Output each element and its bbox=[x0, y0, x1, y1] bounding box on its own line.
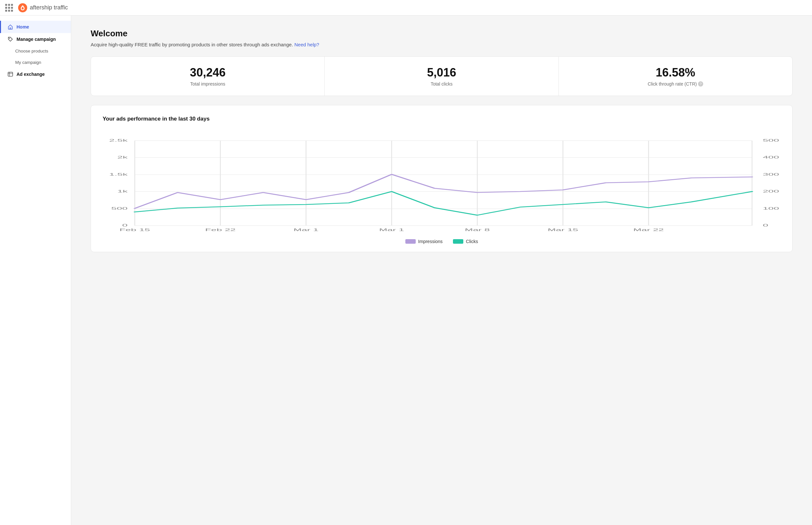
clicks-value: 5,016 bbox=[335, 66, 548, 79]
impressions-label: Total impressions bbox=[102, 81, 314, 87]
legend-impressions: Impressions bbox=[405, 239, 442, 244]
sidebar-item-ad-exchange[interactable]: Ad exchange bbox=[0, 68, 71, 80]
need-help-link[interactable]: Need help? bbox=[294, 42, 319, 47]
sidebar-item-my-campaign[interactable]: My campaign bbox=[0, 57, 71, 68]
svg-text:2k: 2k bbox=[117, 155, 128, 160]
sidebar-item-choose-products[interactable]: Choose products bbox=[0, 45, 71, 57]
sidebar-item-choose-products-label: Choose products bbox=[15, 49, 48, 54]
svg-text:2.5k: 2.5k bbox=[109, 138, 128, 142]
svg-text:Feb 22: Feb 22 bbox=[205, 228, 236, 232]
svg-rect-3 bbox=[8, 72, 13, 76]
brand-name: aftership traffic bbox=[30, 4, 68, 11]
grid-icon[interactable] bbox=[5, 4, 13, 12]
sidebar-item-my-campaign-label: My campaign bbox=[15, 60, 41, 65]
sidebar-item-ad-exchange-label: Ad exchange bbox=[16, 72, 45, 77]
main-content: Welcome Acquire high-quality FREE traffi… bbox=[71, 16, 812, 525]
chart-title: Your ads performance in the last 30 days bbox=[103, 116, 781, 122]
svg-text:100: 100 bbox=[763, 207, 779, 211]
layout: Home Manage campaign Choose products My … bbox=[0, 16, 812, 525]
svg-text:200: 200 bbox=[763, 189, 779, 194]
svg-text:Feb 15: Feb 15 bbox=[120, 228, 150, 232]
sidebar-item-home-label: Home bbox=[16, 24, 29, 30]
chart-legend: Impressions Clicks bbox=[103, 239, 781, 244]
chart-area: .axis-text { font-family: -apple-system,… bbox=[103, 130, 781, 234]
stat-impressions: 30,246 Total impressions bbox=[91, 57, 325, 95]
home-icon bbox=[7, 24, 13, 30]
svg-text:0: 0 bbox=[122, 223, 128, 227]
brand-icon bbox=[18, 3, 27, 12]
impressions-value: 30,246 bbox=[102, 66, 314, 79]
stat-clicks: 5,016 Total clicks bbox=[325, 57, 559, 95]
ctr-help-icon[interactable]: ? bbox=[698, 81, 703, 87]
svg-text:1k: 1k bbox=[117, 189, 128, 194]
impressions-swatch bbox=[405, 239, 416, 244]
svg-text:Mar 22: Mar 22 bbox=[633, 228, 664, 232]
svg-point-2 bbox=[9, 38, 10, 39]
svg-text:0: 0 bbox=[763, 223, 768, 227]
chart-svg: .axis-text { font-family: -apple-system,… bbox=[103, 130, 781, 234]
logo-area: aftership traffic bbox=[5, 3, 68, 12]
clicks-swatch bbox=[453, 239, 463, 244]
ctr-label: Click through rate (CTR) ? bbox=[569, 81, 782, 87]
topbar: aftership traffic bbox=[0, 0, 812, 16]
svg-rect-1 bbox=[10, 28, 11, 29]
svg-text:Mar 15: Mar 15 bbox=[548, 228, 578, 232]
svg-text:500: 500 bbox=[111, 207, 128, 211]
clicks-label: Total clicks bbox=[335, 81, 548, 87]
svg-text:Mar 1: Mar 1 bbox=[379, 228, 404, 232]
svg-text:Mar 8: Mar 8 bbox=[465, 228, 490, 232]
stats-row: 30,246 Total impressions 5,016 Total cli… bbox=[91, 56, 793, 96]
sidebar-item-home[interactable]: Home bbox=[0, 21, 71, 33]
ctr-value: 16.58% bbox=[569, 66, 782, 79]
clicks-line bbox=[135, 192, 752, 215]
sidebar-item-manage-campaign-label: Manage campaign bbox=[16, 36, 56, 42]
tag-icon bbox=[7, 36, 13, 42]
exchange-icon bbox=[7, 71, 13, 77]
sidebar-item-manage-campaign[interactable]: Manage campaign bbox=[0, 33, 71, 45]
clicks-legend-label: Clicks bbox=[466, 239, 478, 244]
welcome-description: Acquire high-quality FREE traffic by pro… bbox=[91, 42, 793, 47]
svg-text:Mar 1: Mar 1 bbox=[293, 228, 318, 232]
svg-text:400: 400 bbox=[763, 155, 779, 160]
svg-text:1.5k: 1.5k bbox=[109, 172, 128, 177]
sidebar: Home Manage campaign Choose products My … bbox=[0, 16, 71, 525]
welcome-title: Welcome bbox=[91, 29, 793, 39]
impressions-legend-label: Impressions bbox=[418, 239, 442, 244]
chart-card: Your ads performance in the last 30 days… bbox=[91, 105, 793, 252]
legend-clicks: Clicks bbox=[453, 239, 478, 244]
svg-text:500: 500 bbox=[763, 138, 779, 142]
svg-text:300: 300 bbox=[763, 172, 779, 177]
stat-ctr: 16.58% Click through rate (CTR) ? bbox=[559, 57, 792, 95]
